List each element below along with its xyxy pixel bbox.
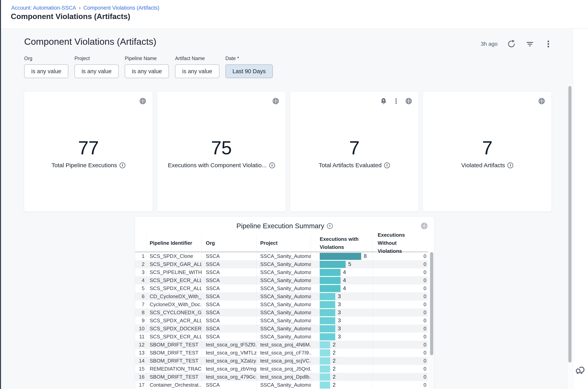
filter-value-button[interactable]: is any value [74,64,119,78]
table-row[interactable]: 15 REMEDIATION_TRAC... test_ssca_org_zbV… [135,365,428,373]
column-header-project[interactable]: Project [256,234,311,252]
dashboard-title: Component Violations (Artifacts) [24,36,156,47]
table-row[interactable]: 5 SCS_SPDX_ECR_ALL_... SSCA SSCA_Sanity_… [135,284,428,292]
table-row[interactable]: 11 SCS_SPDX_ECR_ALL_... SSCA SSCA_Sanity… [135,333,428,341]
cell-pipeline-identifier: SCS_SPDX_ECR_ALL_... [147,276,202,284]
column-header-org[interactable]: Org [202,234,256,252]
table-row[interactable]: 6 CD_CycloneDX_With_... SSCA SSCA_Sanity… [135,292,428,300]
filter-value-button[interactable]: is any value [24,64,68,78]
globe-icon[interactable] [138,96,147,106]
table-body: 1 SCS_SPDX_Clone SSCA SSCA_Sanity_Automa… [135,252,428,389]
cell-project: SSCA_Sanity_Automa... [256,284,311,292]
table-row[interactable]: 3 SCS_PIPELINE_WITH... SSCA SSCA_Sanity_… [135,268,428,276]
violations-bar[interactable] [320,277,341,284]
cell-pipeline-identifier: SCS_SPDX_ECR_ALL_... [147,284,202,292]
cell-executions-without-violations: 0 [373,365,428,373]
cell-pipeline-identifier: SBOM_DRIFT_TEST [147,341,202,349]
metric-tile: 7 Total Artifacts Evaluated i [290,92,418,212]
filter-value-button[interactable]: Last 90 Days [225,64,273,78]
filter-value-button[interactable]: is any value [125,64,169,78]
violations-bar[interactable] [320,365,330,373]
table-row[interactable]: 2 SCS_SPDX_GAR_ALL... SSCA SSCA_Sanity_A… [135,260,428,268]
violations-bar[interactable] [320,253,361,260]
violations-bar-value: 2 [333,374,336,380]
globe-icon[interactable] [419,221,429,231]
violations-bar[interactable] [320,333,335,340]
violations-bar[interactable] [320,285,341,292]
filter-label: Org [24,56,68,61]
table-row[interactable]: 1 SCS_SPDX_Clone SSCA SSCA_Sanity_Automa… [135,252,428,260]
row-number: 10 [135,325,147,333]
violations-bar[interactable] [320,349,330,357]
filter-group: Project is any value [74,56,119,78]
cell-executions-without-violations: 0 [373,373,428,381]
filter-value-button[interactable]: is any value [175,64,219,78]
cell-project: test_ssca_proj_J5Qrd... [256,365,311,373]
violations-bar-value: 2 [333,366,336,372]
violations-bar[interactable] [320,357,330,364]
violations-bar[interactable] [320,269,341,276]
violations-bar[interactable] [320,301,335,308]
globe-icon[interactable] [537,96,546,106]
globe-icon[interactable] [271,96,280,106]
bell-plus-icon[interactable] [379,96,388,106]
breadcrumb-account-link[interactable]: Account: Automation-SSCA [11,5,76,11]
violations-bar[interactable] [320,317,335,324]
kebab-menu-icon[interactable] [544,39,553,49]
info-icon[interactable]: i [269,162,275,168]
cell-executions-without-violations: 0 [373,260,428,268]
violations-bar[interactable] [320,261,346,268]
refresh-icon[interactable] [507,39,516,49]
column-header-executions-with-violations[interactable]: Executions with Violations [311,234,373,252]
filter-bar: Org is any value Project is any value Pi… [24,56,273,78]
table-row[interactable]: 4 SCS_SPDX_ECR_ALL_... SSCA SSCA_Sanity_… [135,276,428,284]
table-row[interactable]: 14 SBOM_DRIFT_TEST test_ssca_org_XZalzy.… [135,357,428,365]
table-scrollbar-track[interactable] [429,252,434,389]
table-row[interactable]: 16 SBOM_DRIFT_TEST test_ssca_org_479Gc..… [135,373,428,381]
table-row[interactable]: 9 SCS_SPDX_ACR_ALL... SSCA SSCA_Sanity_A… [135,317,428,325]
globe-icon[interactable] [404,96,414,106]
violations-bar[interactable] [320,325,335,332]
cell-org: SSCA [202,317,256,325]
info-icon[interactable]: i [384,162,390,168]
table-row[interactable]: 12 SBOM_DRIFT_TEST test_ssca_org_tF5Zf0.… [135,341,428,349]
breadcrumb: Account: Automation-SSCA › Component Vio… [11,5,159,11]
cell-pipeline-identifier: SCS_SPDX_Clone [147,252,202,260]
cell-org: test_ssca_org_479Gc... [202,373,256,381]
table-row[interactable]: 7 CycloneDX_With_Doc... SSCA SSCA_Sanity… [135,300,428,309]
table-scrollbar-thumb[interactable] [430,252,433,355]
filter-group: Pipeline Name is any value [125,56,169,78]
violations-bar[interactable] [320,309,335,316]
pipeline-execution-summary-card: Pipeline Execution Summary i Pipeline Id… [135,217,434,389]
dashboard-scrollbar-thumb[interactable] [568,86,572,362]
column-header-pipeline-identifier[interactable]: Pipeline Identifier [147,234,202,252]
table-row[interactable]: 8 SCS_CYCLONEDX_GA... SSCA SSCA_Sanity_A… [135,309,428,317]
column-header-executions-without-violations[interactable]: Executions Without Violations [373,234,428,252]
right-gutter [573,29,588,389]
table-row[interactable]: 10 SCS_SPDX_DOCKER_... SSCA SSCA_Sanity_… [135,325,428,333]
violations-bar[interactable] [320,341,330,348]
info-icon[interactable]: i [120,162,125,168]
cell-project: SSCA_Sanity_Automa... [256,381,311,389]
tile-kebab-icon[interactable] [391,96,401,106]
breadcrumb-separator-icon: › [79,5,80,11]
filter-icon[interactable] [525,39,535,49]
violations-bar-value: 3 [338,310,341,316]
violations-bar[interactable] [320,382,330,389]
info-icon[interactable]: i [508,162,513,168]
violations-bar[interactable] [320,293,335,300]
cell-org: test_ssca_org_tF5Zf0... [202,341,256,349]
table-row[interactable]: 17 Container_Orchestrat... SSCA SSCA_San… [135,381,428,389]
table-row[interactable]: 13 SBOM_DRIFT_TEST test_ssca_org_VMTLz..… [135,349,428,357]
cell-executions-without-violations: 0 [373,292,428,300]
info-icon[interactable]: i [327,223,333,229]
violations-bar-value: 4 [343,277,346,283]
cell-project: test_ssca_proj_Dpdlb... [256,373,311,381]
cell-project: SSCA_Sanity_Automa... [256,317,311,325]
breadcrumb-current-link[interactable]: Component Violations (Artifacts) [83,5,159,11]
violations-bar[interactable] [320,374,330,381]
row-number: 12 [135,341,147,349]
help-chat-icon[interactable] [574,365,586,376]
tile-value: 77 [24,138,153,157]
cell-executions-with-violations: 3 [311,292,373,300]
